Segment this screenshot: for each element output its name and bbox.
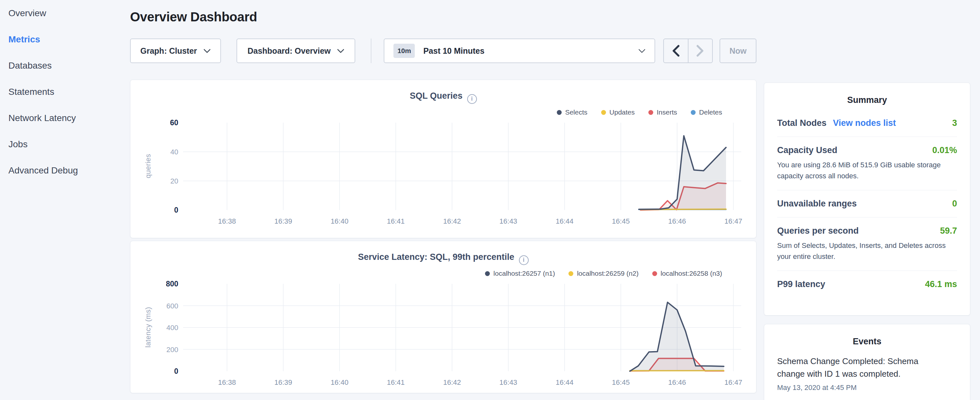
svg-text:16:42: 16:42 bbox=[443, 378, 461, 386]
legend-item[interactable]: Deletes bbox=[691, 108, 722, 116]
legend-item[interactable]: Updates bbox=[601, 108, 635, 116]
chart-legend: localhost:26257 (n1)localhost:26259 (n2)… bbox=[485, 269, 722, 277]
summary-row-description: Sum of Selects, Updates, Inserts, and De… bbox=[777, 240, 957, 262]
summary-row-value: 0.01% bbox=[932, 145, 957, 155]
dashboard-dropdown[interactable]: Dashboard: Overview bbox=[237, 38, 356, 63]
events-list: Schema Change Completed: Schema change w… bbox=[777, 355, 957, 392]
legend-item[interactable]: Inserts bbox=[648, 108, 677, 116]
now-button[interactable]: Now bbox=[719, 38, 756, 63]
svg-text:16:41: 16:41 bbox=[387, 378, 405, 386]
sidebar-item-statements[interactable]: Statements bbox=[0, 79, 129, 105]
summary-row-label: Total Nodes bbox=[777, 118, 827, 128]
sidebar-item-jobs[interactable]: Jobs bbox=[0, 131, 129, 157]
sidebar-item-metrics[interactable]: Metrics bbox=[0, 26, 129, 53]
time-range-badge: 10m bbox=[393, 44, 415, 58]
svg-text:16:45: 16:45 bbox=[612, 378, 630, 386]
chevron-right-icon bbox=[696, 45, 704, 57]
time-prev-button[interactable] bbox=[664, 39, 688, 62]
svg-text:200: 200 bbox=[166, 346, 178, 354]
sidebar-item-databases[interactable]: Databases bbox=[0, 53, 129, 79]
time-range-label: Past 10 Minutes bbox=[423, 46, 638, 56]
legend-label: Selects bbox=[565, 108, 587, 116]
event-timestamp: May 13, 2020 at 4:45 PM bbox=[777, 384, 957, 392]
summary-row: P99 latency46.1 ms bbox=[777, 271, 957, 298]
svg-text:16:46: 16:46 bbox=[668, 378, 686, 386]
main-content: Overview Dashboard Graph: Cluster Dashbo… bbox=[130, 0, 756, 393]
legend-label: localhost:26257 (n1) bbox=[493, 269, 555, 277]
svg-text:16:39: 16:39 bbox=[274, 217, 292, 225]
legend-label: localhost:26259 (n2) bbox=[577, 269, 638, 277]
legend-item[interactable]: localhost:26257 (n1) bbox=[485, 269, 555, 277]
chart-legend: SelectsUpdatesInsertsDeletes bbox=[557, 108, 722, 116]
chevron-left-icon bbox=[672, 45, 680, 57]
summary-rows: Total NodesView nodes list3Capacity Used… bbox=[777, 110, 957, 298]
svg-text:16:43: 16:43 bbox=[500, 217, 517, 225]
summary-row-head: Capacity Used0.01% bbox=[777, 145, 957, 155]
sidebar-item-overview[interactable]: Overview bbox=[0, 0, 129, 26]
chart-canvas: 16:3816:3916:4016:4116:4216:4316:4416:45… bbox=[140, 118, 745, 234]
summary-row-head: Queries per second59.7 bbox=[777, 226, 957, 236]
svg-text:16:43: 16:43 bbox=[500, 378, 517, 386]
summary-row-label: Capacity Used bbox=[777, 145, 837, 155]
summary-row-head: Total NodesView nodes list3 bbox=[777, 118, 957, 128]
chart-title: Service Latency: SQL, 99th percentile bbox=[358, 252, 514, 262]
chevron-down-icon bbox=[204, 49, 211, 53]
time-step-buttons bbox=[663, 38, 713, 63]
graph-dropdown-label: Graph: Cluster bbox=[140, 46, 197, 56]
svg-text:16:45: 16:45 bbox=[612, 217, 630, 225]
legend-dot-icon bbox=[485, 271, 490, 276]
legend-dot-icon bbox=[648, 110, 653, 115]
summary-row: Total NodesView nodes list3 bbox=[777, 110, 957, 137]
svg-text:16:38: 16:38 bbox=[218, 378, 236, 386]
svg-text:16:44: 16:44 bbox=[555, 378, 573, 386]
svg-text:16:39: 16:39 bbox=[274, 378, 292, 386]
legend-dot-icon bbox=[568, 271, 573, 276]
legend-item[interactable]: Selects bbox=[557, 108, 587, 116]
svg-text:400: 400 bbox=[166, 324, 178, 332]
controls-bar: Graph: Cluster Dashboard: Overview 10m P… bbox=[130, 38, 756, 63]
legend-item[interactable]: localhost:26259 (n2) bbox=[568, 269, 638, 277]
events-title: Events bbox=[777, 336, 957, 347]
time-next-button[interactable] bbox=[688, 39, 713, 62]
legend-dot-icon bbox=[601, 110, 606, 115]
view-nodes-list-link[interactable]: View nodes list bbox=[833, 118, 896, 128]
sidebar: OverviewMetricsDatabasesStatementsNetwor… bbox=[0, 0, 129, 400]
legend-label: localhost:26258 (n3) bbox=[661, 269, 722, 277]
summary-panel: Summary Total NodesView nodes list3Capac… bbox=[764, 83, 970, 316]
svg-text:16:46: 16:46 bbox=[668, 217, 686, 225]
svg-text:16:40: 16:40 bbox=[331, 217, 348, 225]
chart-title-row: Service Latency: SQL, 99th percentilei bbox=[130, 252, 756, 265]
time-range-dropdown[interactable]: 10m Past 10 Minutes bbox=[384, 38, 655, 63]
info-icon[interactable]: i bbox=[467, 94, 477, 104]
controls-divider bbox=[371, 38, 371, 63]
chart-title: SQL Queries bbox=[410, 91, 462, 100]
page-title: Overview Dashboard bbox=[130, 10, 756, 24]
sidebar-item-network-latency[interactable]: Network Latency bbox=[0, 105, 129, 131]
graph-dropdown[interactable]: Graph: Cluster bbox=[130, 38, 221, 63]
summary-row: Queries per second59.7Sum of Selects, Up… bbox=[777, 217, 957, 271]
legend-item[interactable]: localhost:26258 (n3) bbox=[652, 269, 722, 277]
chevron-down-icon bbox=[638, 49, 646, 53]
chart-canvas: 16:3816:3916:4016:4116:4216:4316:4416:45… bbox=[140, 279, 745, 396]
sidebar-nav: OverviewMetricsDatabasesStatementsNetwor… bbox=[0, 0, 129, 183]
right-panel: Summary Total NodesView nodes list3Capac… bbox=[764, 83, 970, 400]
event-message: Schema Change Completed: Schema change w… bbox=[777, 355, 929, 380]
legend-dot-icon bbox=[652, 271, 657, 276]
svg-text:0: 0 bbox=[174, 367, 178, 375]
svg-text:16:42: 16:42 bbox=[443, 217, 461, 225]
legend-dot-icon bbox=[557, 110, 562, 115]
event-item[interactable]: Schema Change Completed: Schema change w… bbox=[777, 355, 957, 392]
summary-title: Summary bbox=[777, 95, 957, 105]
svg-text:16:47: 16:47 bbox=[724, 378, 742, 386]
svg-text:16:38: 16:38 bbox=[218, 217, 236, 225]
summary-row-value: 59.7 bbox=[940, 226, 957, 236]
summary-row-value: 46.1 ms bbox=[925, 279, 957, 289]
summary-row-label: Queries per second bbox=[777, 226, 859, 236]
legend-label: Deletes bbox=[699, 108, 722, 116]
sql-queries-chart-card: SQL Queriesi SelectsUpdatesInsertsDelete… bbox=[130, 80, 756, 238]
sidebar-item-advanced-debug[interactable]: Advanced Debug bbox=[0, 157, 129, 183]
summary-row-value: 0 bbox=[952, 199, 957, 209]
summary-row-value: 3 bbox=[952, 118, 957, 128]
chart-title-row: SQL Queriesi bbox=[130, 91, 756, 104]
info-icon[interactable]: i bbox=[519, 255, 529, 265]
